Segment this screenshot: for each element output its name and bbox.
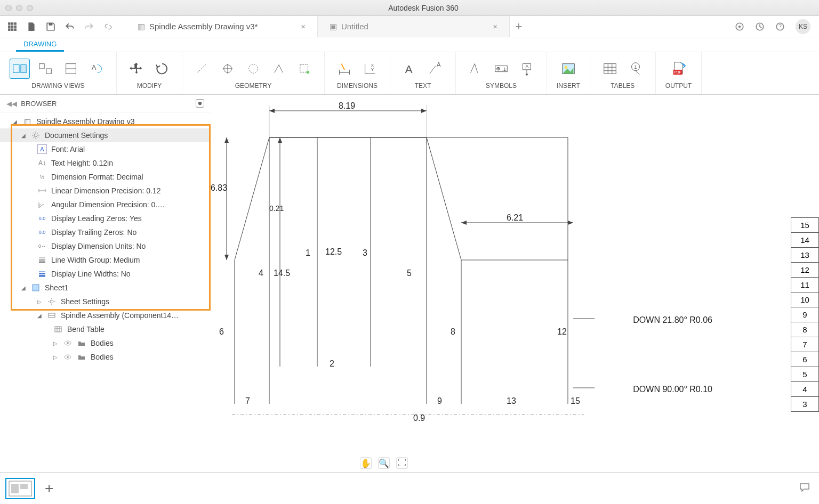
tree-doc-settings[interactable]: ◢Document Settings — [0, 128, 211, 142]
image-icon[interactable] — [558, 59, 579, 79]
surface-texture-icon[interactable] — [465, 59, 486, 79]
close-tab-icon[interactable]: × — [301, 22, 306, 31]
help-icon[interactable]: ? — [775, 22, 785, 31]
tree-root[interactable]: ◢▥Spindle Assembly Drawing v3 — [0, 115, 211, 128]
setting-font[interactable]: AFont: Arial — [0, 142, 211, 156]
table-icon[interactable] — [600, 59, 620, 79]
balloon-icon[interactable]: 1 — [625, 59, 646, 79]
ribbon-label[interactable]: INSERT — [557, 82, 580, 90]
svg-rect-119 — [11, 484, 19, 493]
undo-icon[interactable] — [65, 22, 75, 31]
svg-point-77 — [67, 342, 69, 344]
setting-linear-precision[interactable]: Linear Dimension Precision: 0.12 — [0, 184, 211, 198]
svg-rect-16 — [21, 65, 26, 73]
setting-line-width[interactable]: Line Width Group: Medium — [0, 253, 211, 267]
document-tab-active[interactable]: ▥Spindle Assembly Drawing v3* × — [126, 16, 318, 37]
svg-rect-8 — [14, 28, 17, 31]
zoom-window-icon[interactable]: ⛶ — [396, 457, 408, 469]
workspace-tab-drawing[interactable]: DRAWING — [16, 38, 64, 52]
minimize-window[interactable] — [16, 5, 22, 11]
tree-sheet-settings[interactable]: ▷Sheet Settings — [0, 295, 211, 308]
svg-rect-5 — [14, 25, 17, 28]
ribbon-label[interactable]: OUTPUT — [665, 82, 692, 90]
close-window[interactable] — [5, 5, 12, 11]
ribbon-label[interactable]: DRAWING VIEWS — [31, 82, 85, 90]
ribbon-label[interactable]: SYMBOLS — [486, 82, 517, 90]
folder-icon — [77, 338, 86, 348]
projected-view-icon[interactable] — [35, 59, 55, 79]
comments-icon[interactable] — [799, 482, 810, 495]
add-sheet-button[interactable]: + — [45, 480, 53, 497]
svg-rect-27 — [300, 64, 308, 72]
svg-text:?: ? — [778, 23, 782, 29]
setting-dim-format[interactable]: ½Dimension Format: Decimal — [0, 170, 211, 184]
dimension-icon[interactable] — [334, 59, 355, 79]
move-icon[interactable] — [126, 59, 147, 79]
tree-bodies-1[interactable]: ▷Bodies — [0, 336, 211, 350]
centerline-icon[interactable] — [192, 59, 212, 79]
ribbon-label[interactable]: TABLES — [611, 82, 635, 90]
setting-display-line-widths[interactable]: Display Line Widths: No — [0, 267, 211, 281]
text-icon[interactable]: A — [400, 59, 420, 79]
save-icon[interactable] — [46, 22, 55, 31]
trailing-zeros-icon: 0.0 — [37, 227, 47, 237]
ribbon-group-drawing-views: A DRAWING VIEWS — [0, 52, 117, 94]
center-mark-pattern-icon[interactable] — [243, 59, 263, 79]
pan-icon[interactable]: ✋ — [360, 457, 372, 469]
user-avatar[interactable]: KS — [796, 19, 810, 34]
eye-icon[interactable] — [63, 338, 73, 348]
zoom-icon[interactable]: 🔍 — [378, 457, 390, 469]
extensions-icon[interactable] — [735, 22, 744, 31]
svg-text:1: 1 — [634, 64, 637, 70]
svg-text:5: 5 — [407, 269, 412, 278]
section-view-icon[interactable] — [61, 59, 81, 79]
leader-icon[interactable]: A — [425, 59, 446, 79]
display-lines-icon — [37, 269, 47, 279]
ribbon-label[interactable]: GEOMETRY — [235, 82, 271, 90]
add-tab-button[interactable]: + — [510, 16, 528, 37]
svg-text:6.21: 6.21 — [507, 213, 523, 222]
setting-dim-units[interactable]: 0↔Display Dimension Units: No — [0, 239, 211, 253]
document-tab-inactive[interactable]: ▣Untitled × — [318, 16, 510, 37]
tree-bend-table[interactable]: Bend Table — [0, 322, 211, 336]
file-icon[interactable] — [27, 22, 36, 31]
tree-bodies-2[interactable]: ▷Bodies — [0, 350, 211, 364]
drawing-canvas[interactable]: 8.19 6.83 0.21 12.5 14.5 1 3 4 5 2 6 — [211, 95, 819, 472]
center-mark-icon[interactable] — [218, 59, 238, 79]
ribbon-label[interactable]: MODIFY — [137, 82, 162, 90]
folder-icon — [77, 352, 86, 362]
setting-text-height[interactable]: A↕Text Height: 0.12in — [0, 156, 211, 170]
svg-text:A: A — [405, 63, 413, 75]
svg-line-55 — [636, 71, 640, 75]
sheet-thumbnail[interactable] — [5, 478, 35, 499]
sketch-icon[interactable] — [294, 59, 315, 79]
jobs-icon[interactable] — [755, 22, 765, 31]
tree-component[interactable]: ◢Spindle Assembly (Component14… — [0, 308, 211, 322]
window-controls[interactable] — [5, 5, 33, 11]
grid-icon[interactable] — [7, 22, 17, 31]
ribbon-label[interactable]: TEXT — [415, 82, 431, 90]
base-view-icon[interactable] — [10, 59, 30, 79]
close-tab-icon[interactable]: × — [493, 22, 497, 31]
tree-sheet[interactable]: ◢Sheet1 — [0, 281, 211, 295]
link-icon[interactable] — [103, 22, 113, 31]
ribbon-label[interactable]: DIMENSIONS — [337, 82, 378, 90]
maximize-window[interactable] — [27, 5, 33, 11]
edge-extension-icon[interactable] — [269, 59, 289, 79]
redo-icon[interactable] — [84, 22, 94, 31]
setting-trailing-zeros[interactable]: 0.0Display Trailing Zeros: No — [0, 225, 211, 239]
svg-marker-81 — [269, 109, 275, 113]
collapse-browser-icon[interactable]: ◀◀ — [6, 100, 17, 108]
feature-control-frame-icon[interactable]: .1 — [491, 59, 511, 79]
detail-view-icon[interactable]: A — [86, 59, 107, 79]
ordinate-icon[interactable]: XY — [360, 59, 380, 79]
eye-icon[interactable] — [63, 352, 73, 362]
svg-point-58 — [34, 134, 37, 137]
sheet-icon — [31, 283, 41, 292]
setting-leading-zeros[interactable]: 0.0Display Leading Zeros: Yes — [0, 212, 211, 225]
rotate-icon[interactable] — [152, 59, 172, 79]
datum-icon[interactable]: A — [517, 59, 537, 79]
setting-angular-precision[interactable]: Angular Dimension Precision: 0.… — [0, 198, 211, 212]
pin-icon[interactable] — [196, 99, 204, 108]
pdf-icon[interactable]: PDF — [668, 59, 688, 79]
